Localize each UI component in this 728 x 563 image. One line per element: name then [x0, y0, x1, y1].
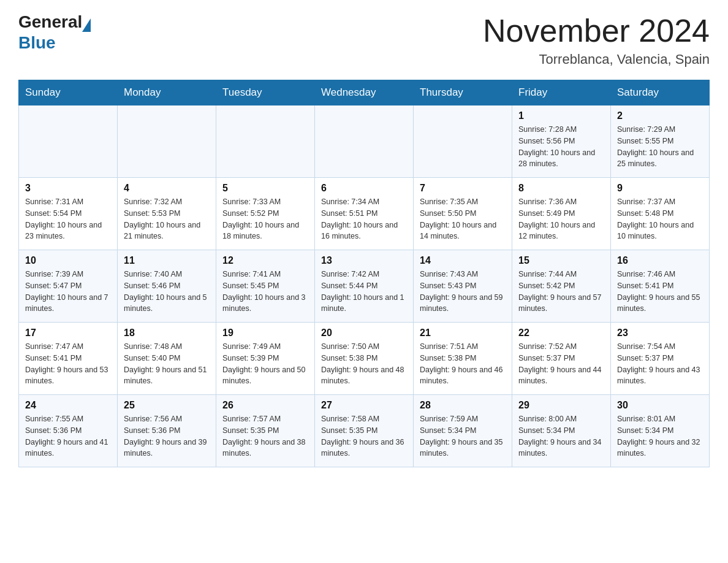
- day-number: 5: [222, 183, 308, 194]
- day-info: Sunrise: 8:01 AMSunset: 5:34 PMDaylight:…: [617, 413, 703, 459]
- calendar-cell: 16Sunrise: 7:46 AMSunset: 5:41 PMDayligh…: [611, 250, 710, 323]
- calendar-cell: 12Sunrise: 7:41 AMSunset: 5:45 PMDayligh…: [216, 250, 315, 323]
- calendar-subtitle: Torreblanca, Valencia, Spain: [483, 52, 710, 67]
- calendar-cell: 29Sunrise: 8:00 AMSunset: 5:34 PMDayligh…: [512, 395, 611, 467]
- day-info: Sunrise: 8:00 AMSunset: 5:34 PMDaylight:…: [518, 413, 604, 459]
- calendar-cell: 6Sunrise: 7:34 AMSunset: 5:51 PMDaylight…: [315, 178, 414, 250]
- calendar-cell: 3Sunrise: 7:31 AMSunset: 5:54 PMDaylight…: [19, 178, 118, 250]
- weekday-header-thursday: Thursday: [414, 80, 512, 105]
- day-number: 27: [321, 400, 407, 411]
- day-info: Sunrise: 7:51 AMSunset: 5:38 PMDaylight:…: [420, 341, 506, 387]
- calendar-cell: 20Sunrise: 7:50 AMSunset: 5:38 PMDayligh…: [315, 323, 414, 395]
- calendar-cell: [414, 105, 512, 178]
- day-number: 10: [25, 255, 111, 266]
- day-number: 14: [420, 255, 506, 266]
- calendar-week-row: 24Sunrise: 7:55 AMSunset: 5:36 PMDayligh…: [19, 395, 710, 467]
- day-number: 25: [124, 400, 210, 411]
- calendar-cell: 21Sunrise: 7:51 AMSunset: 5:38 PMDayligh…: [414, 323, 512, 395]
- day-number: 6: [321, 183, 407, 194]
- day-number: 7: [420, 183, 506, 194]
- calendar-cell: 9Sunrise: 7:37 AMSunset: 5:48 PMDaylight…: [611, 178, 710, 250]
- calendar-cell: 14Sunrise: 7:43 AMSunset: 5:43 PMDayligh…: [414, 250, 512, 323]
- day-number: 8: [518, 183, 604, 194]
- day-info: Sunrise: 7:56 AMSunset: 5:36 PMDaylight:…: [124, 413, 210, 459]
- calendar-cell: 28Sunrise: 7:59 AMSunset: 5:34 PMDayligh…: [414, 395, 512, 467]
- day-number: 18: [124, 327, 210, 339]
- day-info: Sunrise: 7:33 AMSunset: 5:52 PMDaylight:…: [222, 196, 308, 242]
- calendar-week-row: 1Sunrise: 7:28 AMSunset: 5:56 PMDaylight…: [19, 105, 710, 178]
- title-block: November 2024 Torreblanca, Valencia, Spa…: [483, 12, 710, 67]
- day-info: Sunrise: 7:46 AMSunset: 5:41 PMDaylight:…: [617, 269, 703, 315]
- day-number: 19: [222, 327, 308, 339]
- day-number: 3: [25, 183, 111, 194]
- logo-blue-text: Blue: [18, 33, 91, 53]
- weekday-header-sunday: Sunday: [19, 80, 118, 105]
- day-info: Sunrise: 7:52 AMSunset: 5:37 PMDaylight:…: [518, 341, 604, 387]
- day-info: Sunrise: 7:36 AMSunset: 5:49 PMDaylight:…: [518, 196, 604, 242]
- day-number: 11: [124, 255, 210, 266]
- day-info: Sunrise: 7:57 AMSunset: 5:35 PMDaylight:…: [222, 413, 308, 459]
- logo-triangle-icon: [82, 18, 91, 32]
- calendar-cell: 17Sunrise: 7:47 AMSunset: 5:41 PMDayligh…: [19, 323, 118, 395]
- calendar-cell: 7Sunrise: 7:35 AMSunset: 5:50 PMDaylight…: [414, 178, 512, 250]
- day-number: 12: [222, 255, 308, 266]
- calendar-week-row: 10Sunrise: 7:39 AMSunset: 5:47 PMDayligh…: [19, 250, 710, 323]
- calendar-cell: [118, 105, 216, 178]
- day-info: Sunrise: 7:32 AMSunset: 5:53 PMDaylight:…: [124, 196, 210, 242]
- day-info: Sunrise: 7:47 AMSunset: 5:41 PMDaylight:…: [25, 341, 111, 387]
- day-number: 22: [518, 327, 604, 339]
- calendar-cell: [315, 105, 414, 178]
- calendar-table: SundayMondayTuesdayWednesdayThursdayFrid…: [18, 80, 710, 467]
- day-info: Sunrise: 7:55 AMSunset: 5:36 PMDaylight:…: [25, 413, 111, 459]
- calendar-cell: 10Sunrise: 7:39 AMSunset: 5:47 PMDayligh…: [19, 250, 118, 323]
- day-info: Sunrise: 7:50 AMSunset: 5:38 PMDaylight:…: [321, 341, 407, 387]
- day-number: 13: [321, 255, 407, 266]
- calendar-cell: 15Sunrise: 7:44 AMSunset: 5:42 PMDayligh…: [512, 250, 611, 323]
- calendar-cell: [19, 105, 118, 178]
- day-info: Sunrise: 7:49 AMSunset: 5:39 PMDaylight:…: [222, 341, 308, 387]
- weekday-header-friday: Friday: [512, 80, 611, 105]
- calendar-cell: 22Sunrise: 7:52 AMSunset: 5:37 PMDayligh…: [512, 323, 611, 395]
- day-info: Sunrise: 7:28 AMSunset: 5:56 PMDaylight:…: [518, 124, 604, 170]
- calendar-cell: 8Sunrise: 7:36 AMSunset: 5:49 PMDaylight…: [512, 178, 611, 250]
- day-number: 28: [420, 400, 506, 411]
- day-number: 1: [518, 110, 604, 121]
- day-number: 15: [518, 255, 604, 266]
- calendar-cell: 2Sunrise: 7:29 AMSunset: 5:55 PMDaylight…: [611, 105, 710, 178]
- weekday-header-wednesday: Wednesday: [315, 80, 414, 105]
- calendar-cell: 18Sunrise: 7:48 AMSunset: 5:40 PMDayligh…: [118, 323, 216, 395]
- day-info: Sunrise: 7:54 AMSunset: 5:37 PMDaylight:…: [617, 341, 703, 387]
- day-info: Sunrise: 7:37 AMSunset: 5:48 PMDaylight:…: [617, 196, 703, 242]
- weekday-header-tuesday: Tuesday: [216, 80, 315, 105]
- calendar-cell: 27Sunrise: 7:58 AMSunset: 5:35 PMDayligh…: [315, 395, 414, 467]
- day-info: Sunrise: 7:39 AMSunset: 5:47 PMDaylight:…: [25, 269, 111, 315]
- day-info: Sunrise: 7:59 AMSunset: 5:34 PMDaylight:…: [420, 413, 506, 459]
- page-header: General Blue November 2024 Torreblanca, …: [18, 12, 710, 67]
- weekday-header-saturday: Saturday: [611, 80, 710, 105]
- day-info: Sunrise: 7:40 AMSunset: 5:46 PMDaylight:…: [124, 269, 210, 315]
- day-info: Sunrise: 7:29 AMSunset: 5:55 PMDaylight:…: [617, 124, 703, 170]
- day-info: Sunrise: 7:41 AMSunset: 5:45 PMDaylight:…: [222, 269, 308, 315]
- calendar-cell: 25Sunrise: 7:56 AMSunset: 5:36 PMDayligh…: [118, 395, 216, 467]
- day-number: 9: [617, 183, 703, 194]
- day-number: 24: [25, 400, 111, 411]
- calendar-cell: [216, 105, 315, 178]
- day-number: 2: [617, 110, 703, 121]
- day-number: 16: [617, 255, 703, 266]
- calendar-cell: 19Sunrise: 7:49 AMSunset: 5:39 PMDayligh…: [216, 323, 315, 395]
- logo: General Blue: [18, 12, 91, 53]
- day-info: Sunrise: 7:34 AMSunset: 5:51 PMDaylight:…: [321, 196, 407, 242]
- calendar-cell: 5Sunrise: 7:33 AMSunset: 5:52 PMDaylight…: [216, 178, 315, 250]
- weekday-header-monday: Monday: [118, 80, 216, 105]
- day-info: Sunrise: 7:42 AMSunset: 5:44 PMDaylight:…: [321, 269, 407, 315]
- day-number: 20: [321, 327, 407, 339]
- calendar-cell: 24Sunrise: 7:55 AMSunset: 5:36 PMDayligh…: [19, 395, 118, 467]
- weekday-header-row: SundayMondayTuesdayWednesdayThursdayFrid…: [19, 80, 710, 105]
- day-info: Sunrise: 7:43 AMSunset: 5:43 PMDaylight:…: [420, 269, 506, 315]
- logo-general-text: General: [18, 12, 82, 32]
- calendar-week-row: 17Sunrise: 7:47 AMSunset: 5:41 PMDayligh…: [19, 323, 710, 395]
- calendar-cell: 13Sunrise: 7:42 AMSunset: 5:44 PMDayligh…: [315, 250, 414, 323]
- day-number: 30: [617, 400, 703, 411]
- calendar-title: November 2024: [483, 12, 710, 49]
- day-info: Sunrise: 7:35 AMSunset: 5:50 PMDaylight:…: [420, 196, 506, 242]
